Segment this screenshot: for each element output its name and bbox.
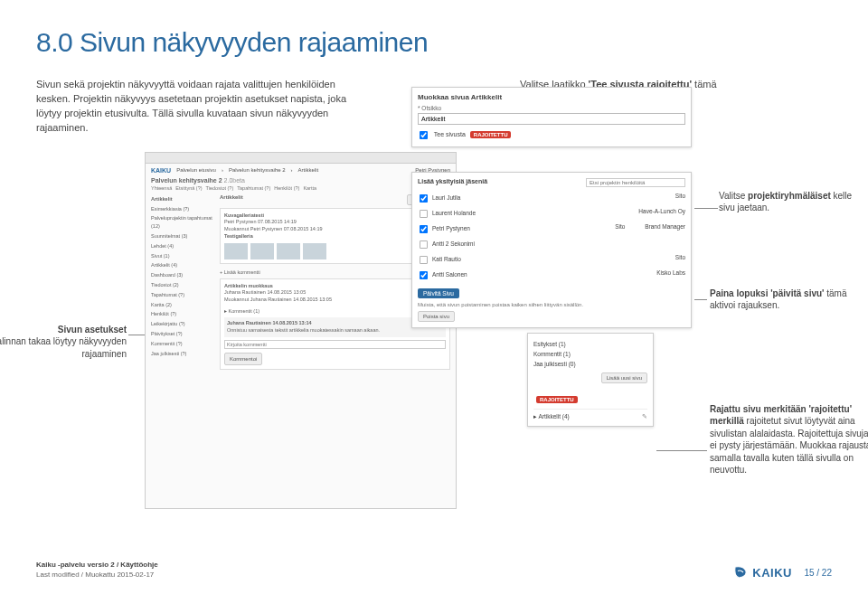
member-role: Have-A-Lunch Oy (638, 208, 685, 220)
sidebar-item[interactable]: Esimerkkiasia (?) (151, 204, 214, 214)
member-row[interactable]: Kati RautioSito (418, 252, 685, 268)
pages-list-overlay: Esitykset (1) Kommentit (1) Jaa julkises… (527, 333, 654, 427)
browser-chrome (146, 153, 456, 164)
project-version: 2.0beta (224, 177, 245, 184)
intro-paragraph: Sivun sekä projektin näkyvyyttä voidaan … (36, 78, 353, 136)
leader-line (656, 450, 707, 451)
member-checkbox[interactable] (420, 225, 428, 233)
footer-left: Kaiku -palvelu versio 2 / Käyttöohje Las… (36, 560, 158, 580)
sidebar-item[interactable]: Dashboard (3) (151, 270, 214, 280)
kaiku-logo-icon (732, 564, 749, 580)
ann-text: valinnan takaa löytyy näkyvyyden rajaami… (0, 336, 127, 359)
annotation-update: Paina lopuksi 'päivitä sivu' tämä aktivo… (710, 288, 850, 312)
member-name: Lauri Jutila (432, 194, 460, 201)
field-label-title: * Otsikko (418, 105, 685, 111)
edit-icon[interactable]: ✎ (642, 413, 647, 420)
comment-text: Onnistuu samaisesta tekstit artikkelia m… (227, 327, 380, 333)
content-heading: Artikkelit (220, 194, 243, 205)
leader-line (694, 208, 718, 209)
member-name: Antti 2 Sekonimi (432, 240, 475, 247)
member-name: Kati Rautio (432, 256, 461, 262)
member-checkbox[interactable] (420, 271, 428, 279)
member-checkbox[interactable] (420, 210, 428, 218)
leader-line (694, 299, 707, 300)
page-number: 15 / 22 (804, 568, 832, 578)
annotation-restricted: Rajattu sivu merkitään 'rajoitettu' merk… (710, 403, 868, 476)
sidebar-item[interactable]: Jaa julkisesti (?) (151, 349, 214, 359)
member-name: Petri Pystynen (432, 225, 470, 231)
sidebar-item[interactable]: Tiedostot (2) (151, 280, 214, 290)
pages-list-row[interactable]: Kommentit (1) (533, 349, 647, 359)
sidebar-item[interactable]: Sivut (1) (151, 251, 214, 261)
comment-input[interactable] (224, 340, 446, 349)
member-role: Sito (675, 254, 685, 266)
restrict-checkbox[interactable] (420, 131, 428, 139)
sidebar-item[interactable]: Tapahtumat (?) (151, 290, 214, 300)
sidebar-item[interactable]: Henkilöt (?) (151, 309, 214, 319)
sidebar-item[interactable]: Suunnitelmat (3) (151, 231, 214, 241)
footer-product: Kaiku -palvelu versio 2 / Käyttöohje (36, 561, 158, 569)
sidebar-item[interactable]: Artikkelit (4) (151, 260, 214, 270)
member-checkbox[interactable] (420, 256, 428, 264)
card-title: Kuvagalleriatesti (224, 212, 264, 218)
sidebar-item[interactable]: Kartta (2) (151, 300, 214, 310)
kaiku-logo: KAIKU (732, 564, 792, 580)
comments-toggle[interactable]: Kommentit (1) (229, 308, 260, 314)
card-modified: Muokannut Juhana Rautiainen 14.08.2015 1… (224, 297, 332, 302)
member-row[interactable]: Petri PystynenSito Brand Manager (418, 222, 685, 237)
card-modified: Muokannut Petri Pystynen 07.08.2015 14:1… (224, 226, 323, 231)
breadcrumb: Artikkelit (298, 167, 319, 174)
update-page-button[interactable]: Päivitä Sivu (418, 288, 459, 298)
tab[interactable]: Tapahtumat (?) (237, 185, 270, 191)
member-row[interactable]: Laurent HolandeHave-A-Lunch Oy (418, 206, 685, 222)
member-role: Sito (675, 193, 685, 204)
main-screenshot: KAIKU Palvelun etusivu › Palvelun kehity… (145, 152, 457, 509)
sidebar-item[interactable]: Päivitykset (?) (151, 329, 214, 339)
tab[interactable]: Yhteensä (151, 185, 172, 191)
delete-warning: Muista, että sivun poistaminen poistaa k… (418, 302, 685, 307)
pages-list-row[interactable]: Jaa julkisesti (0) (533, 359, 647, 369)
member-search-input[interactable] (586, 178, 685, 187)
project-title: Palvelun kehitysvaihe 2 (151, 177, 222, 184)
ann-text: Valitse (719, 191, 748, 201)
footer-modified: Last modified / Muokattu 2015-02-17 (36, 570, 154, 579)
breadcrumb: Palvelun etusivu (176, 167, 216, 174)
member-name: Laurent Holande (432, 210, 476, 216)
ann-bold: projektiryhmäläiset (748, 191, 831, 201)
send-comment-button[interactable]: Kommentoi (224, 353, 262, 365)
member-row[interactable]: Antti SalonenKisko Labs (418, 268, 685, 283)
tab[interactable]: Etsittynä (?) (175, 185, 202, 191)
row-label: Kommentit (1) (533, 351, 571, 357)
kaiku-mini-logo: KAIKU (151, 167, 171, 174)
members-heading: Lisää yksityisiä jäseniä (418, 178, 487, 187)
ann-bold: Sivun asetukset (58, 325, 127, 335)
sidebar: Artikkelit Esimerkkiasia (?) Palveluproj… (151, 194, 214, 375)
row-label: Jaa julkisesti (0) (533, 361, 576, 367)
card-subtitle: Testigalleria (224, 233, 253, 239)
ann-bold: Paina lopuksi 'päivitä sivu' (710, 288, 824, 298)
tab[interactable]: Kartta (303, 185, 316, 191)
page-heading: 8.0 Sivun näkyvyyden rajaaminen (36, 27, 832, 58)
pages-list-row[interactable]: Esitykset (1) (533, 339, 647, 349)
tab[interactable]: Henkilöt (?) (274, 185, 299, 191)
sidebar-item[interactable]: Kommentit (?) (151, 339, 214, 349)
sidebar-item[interactable]: Lehdet (4) (151, 241, 214, 251)
breadcrumb: Palvelun kehitysvaihe 2 (229, 167, 286, 174)
overlay-title: Muokkaa sivua Artikkelit (418, 93, 685, 101)
delete-page-button[interactable]: Poista sivu (418, 311, 455, 322)
member-row[interactable]: Antti 2 Sekonimi (418, 237, 685, 252)
annotation-left: Sivun asetukset valinnan takaa löytyy nä… (0, 324, 127, 361)
member-row[interactable]: Lauri JutilaSito (418, 191, 685, 206)
sidebar-item[interactable]: Palveluprojektin tapahtumat (12) (151, 213, 214, 231)
card-byline: Petri Pystynen 07.08.2015 14:19 (224, 219, 297, 224)
tab[interactable]: Tiedostot (?) (206, 185, 234, 191)
member-checkbox[interactable] (420, 240, 428, 249)
card-byline: Juhana Rautiainen 14.08.2015 13:05 (224, 289, 306, 295)
member-name: Antti Salonen (432, 271, 467, 278)
sidebar-item[interactable]: Leikekirjattu (?) (151, 319, 214, 329)
title-input[interactable] (418, 113, 685, 125)
member-checkbox[interactable] (420, 194, 428, 203)
restricted-badge: RAJOITETTU (536, 396, 578, 403)
member-role: Sito (615, 223, 625, 230)
add-new-page-button[interactable]: Lisää uusi sivu (601, 372, 647, 383)
